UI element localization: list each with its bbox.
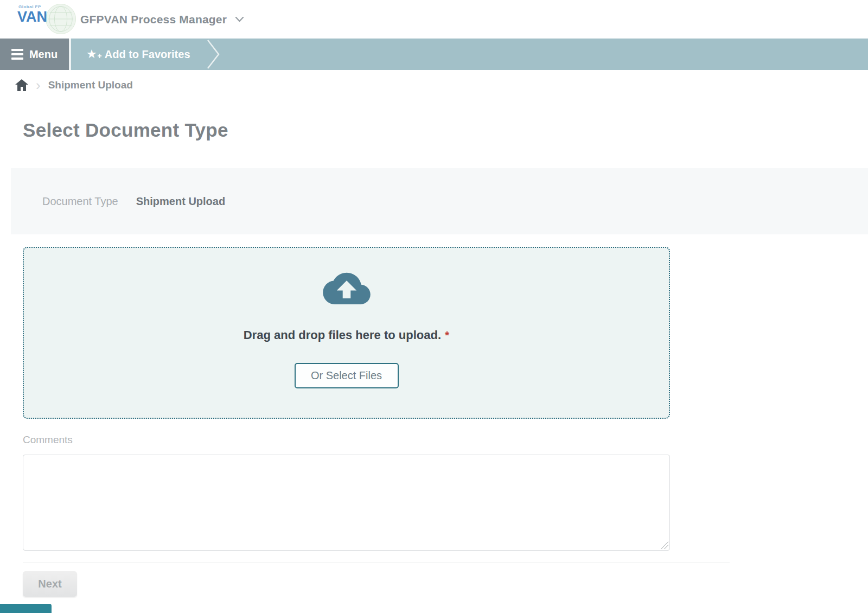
add-to-favorites-label: Add to Favorites [105, 48, 190, 61]
home-icon[interactable] [15, 79, 28, 91]
footer-divider [23, 562, 730, 563]
cloud-upload-icon [323, 271, 371, 304]
chevron-separator-icon [207, 39, 221, 70]
next-button[interactable]: Next [23, 571, 77, 597]
file-dropzone[interactable]: Drag and drop files here to upload.* Or … [23, 247, 670, 419]
globe-icon [46, 4, 76, 34]
menu-button[interactable]: Menu [0, 39, 69, 70]
dropzone-instruction: Drag and drop files here to upload.* [244, 328, 449, 342]
app-logo[interactable]: Global FP VAN [14, 1, 76, 37]
step-shipment-upload: Shipment Upload [136, 195, 225, 208]
corner-widget-strip [0, 604, 52, 613]
menu-bar: Menu ★+ Add to Favorites [0, 39, 868, 70]
star-plus-icon: ★+ [86, 48, 97, 60]
breadcrumb: › Shipment Upload [0, 70, 868, 100]
menu-button-label: Menu [29, 48, 58, 61]
step-document-type: Document Type [42, 195, 118, 208]
required-asterisk: * [445, 329, 449, 341]
step-panel: Document Type Shipment Upload [11, 168, 868, 234]
select-files-button[interactable]: Or Select Files [295, 363, 399, 388]
breadcrumb-chevron-icon: › [36, 79, 41, 91]
chevron-down-icon [235, 17, 244, 22]
app-title: GFPVAN Process Manager [80, 13, 227, 26]
comments-input[interactable] [23, 455, 670, 551]
breadcrumb-current: Shipment Upload [48, 79, 133, 91]
logo-text: VAN [17, 9, 47, 25]
textarea-resize-handle[interactable] [660, 540, 668, 549]
hamburger-icon [11, 49, 23, 60]
comments-label: Comments [23, 434, 73, 446]
add-to-favorites-button[interactable]: ★+ Add to Favorites [71, 39, 205, 70]
page-title: Select Document Type [23, 119, 228, 141]
app-header: Global FP VAN GFPVAN Process Manager [0, 0, 868, 39]
app-title-menu[interactable]: GFPVAN Process Manager [80, 0, 244, 39]
